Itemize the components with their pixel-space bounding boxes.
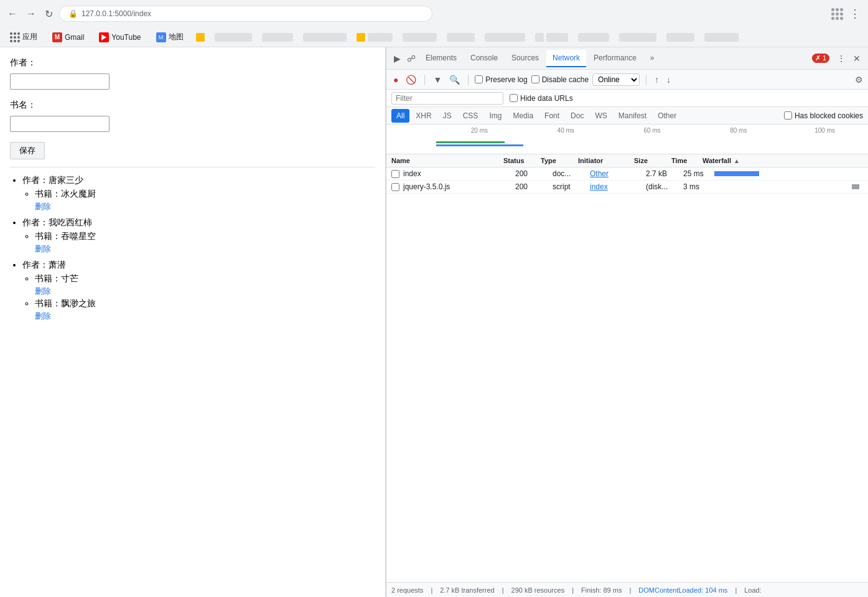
bookmark-7[interactable] [485,33,525,42]
footer-requests: 2 requests [391,586,423,594]
tab-more[interactable]: » [644,50,661,67]
disable-cache-label[interactable]: Disable cache [531,75,589,84]
table-row[interactable]: jquery-3.5.0.js 200 script index (disk..… [386,181,868,194]
type-tab-js[interactable]: JS [438,109,457,123]
tab-console[interactable]: Console [464,50,504,67]
type-tab-font[interactable]: Font [539,109,564,123]
devtools-inspect-icon[interactable]: ▶ [391,51,403,66]
type-tab-other[interactable]: Other [653,109,681,123]
col-waterfall[interactable]: Waterfall ▲ [702,157,863,164]
bookmark-8[interactable] [535,33,568,42]
bookmark-11[interactable] [666,33,694,42]
devtools-device-icon[interactable]: ☍ [404,51,418,66]
bookmark-10[interactable] [619,33,656,42]
bookmark-2[interactable] [262,33,293,42]
address-bar[interactable]: 🔒 127.0.0.1:5000/index [59,6,432,22]
bookmark-5[interactable] [403,33,437,42]
delete-link-1[interactable]: 删除 [35,201,375,212]
cell-initiator-2[interactable]: index [590,182,646,191]
type-tab-img[interactable]: Img [484,109,506,123]
type-tab-css[interactable]: CSS [458,109,483,123]
forward-button[interactable]: → [24,6,39,22]
youtube-bookmark[interactable]: YouTube [94,31,146,44]
tab-sources[interactable]: Sources [505,50,545,67]
col-status[interactable]: Status [503,157,541,164]
author-input[interactable] [10,73,110,90]
tab-performance[interactable]: Performance [587,50,643,67]
tab-elements[interactable]: Elements [419,50,463,67]
cell-waterfall-2 [714,183,863,190]
gmail-bookmark[interactable]: M Gmail [47,31,89,44]
apps-icon [10,32,20,42]
devtools-more-button[interactable]: ⋮ [834,51,848,66]
menu-button[interactable]: ⋮ [847,4,863,23]
clear-button[interactable]: 🚫 [404,73,418,87]
table-row[interactable]: index 200 doc... Other 2.7 kB 25 ms [386,167,868,181]
cell-size-2: (disk... [646,182,683,191]
apps-bookmark[interactable]: 应用 [5,30,42,44]
footer-separator-5: | [735,586,737,594]
col-size[interactable]: Size [634,157,671,164]
error-count: 1 [823,54,826,62]
bookmark-9[interactable] [578,33,609,42]
download-button[interactable]: ↓ [665,73,673,87]
bookmark-12[interactable] [704,33,739,42]
back-button[interactable]: ← [5,6,20,22]
has-blocked-label[interactable]: Has blocked cookies [784,111,863,120]
waterfall-bar-1 [714,171,759,176]
bookmark-6[interactable] [447,33,475,42]
bookmark-3[interactable] [303,33,347,42]
type-tab-xhr[interactable]: XHR [411,109,436,123]
type-tab-doc[interactable]: Doc [566,109,589,123]
col-name[interactable]: Name [391,157,503,164]
type-tab-ws[interactable]: WS [590,109,612,123]
has-blocked-checkbox[interactable] [784,111,792,120]
upload-button[interactable]: ↑ [653,73,661,87]
col-time[interactable]: Time [671,157,702,164]
cell-initiator-1[interactable]: Other [590,169,646,178]
bookmark-1[interactable] [215,33,252,42]
settings-button[interactable]: ⚙ [855,75,863,85]
maps-bookmark[interactable]: M 地图 [151,30,189,44]
profile-icon[interactable] [831,8,843,20]
delete-link-2[interactable]: 删除 [35,243,375,255]
toolbar-separator-1 [424,75,425,85]
yellow-bookmark[interactable] [196,33,205,42]
book-title-4: 书籍：飘渺之旅 [35,298,96,308]
type-tab-all[interactable]: All [391,109,409,123]
toolbar-separator-3 [646,75,646,85]
row-checkbox-2[interactable] [391,183,399,191]
filter-button[interactable]: ▼ [431,73,444,87]
delete-link-3[interactable]: 删除 [35,286,375,297]
reload-button[interactable]: ↻ [42,6,55,22]
col-initiator[interactable]: Initiator [578,157,634,164]
browser-chrome: ← → ↻ 🔒 127.0.0.1:5000/index ⋮ [0,0,868,47]
marker-1: 20 ms [436,127,523,134]
type-tab-media[interactable]: Media [508,109,538,123]
tab-network[interactable]: Network [546,50,586,67]
preserve-log-checkbox[interactable] [475,75,483,83]
list-item: 书籍：吞噬星空 删除 [35,231,375,255]
save-button[interactable]: 保存 [10,142,45,159]
col-type[interactable]: Type [541,157,578,164]
gmail-label: Gmail [65,33,84,42]
bookmark-4[interactable] [357,33,393,42]
hide-data-urls-checkbox[interactable] [510,94,518,102]
disable-cache-checkbox[interactable] [531,75,539,83]
record-button[interactable]: ● [391,73,400,87]
main-layout: 作者： 书名： 保存 作者：唐家三少 书籍：冰火魔厨 删除 作者：我吃西红柿 [0,47,868,597]
type-tab-manifest[interactable]: Manifest [614,109,651,123]
devtools-close-button[interactable]: ✕ [851,51,863,66]
book-input[interactable] [10,116,110,132]
row-checkbox-1[interactable] [391,170,399,178]
hide-data-urls-label[interactable]: Hide data URLs [510,94,573,103]
throttle-select[interactable]: Online Fast 3G Slow 3G [592,73,640,86]
book-title-1: 书籍：冰火魔厨 [35,189,96,199]
search-button[interactable]: 🔍 [447,73,462,87]
network-table: index 200 doc... Other 2.7 kB 25 ms jque… [386,167,868,582]
cell-time-2: 3 ms [683,182,714,191]
filter-input[interactable] [391,92,503,105]
delete-link-4[interactable]: 删除 [35,311,375,322]
preserve-log-label[interactable]: Preserve log [475,75,527,84]
devtools-toolbar: ● 🚫 ▼ 🔍 Preserve log Disable cache Onlin… [386,70,868,90]
